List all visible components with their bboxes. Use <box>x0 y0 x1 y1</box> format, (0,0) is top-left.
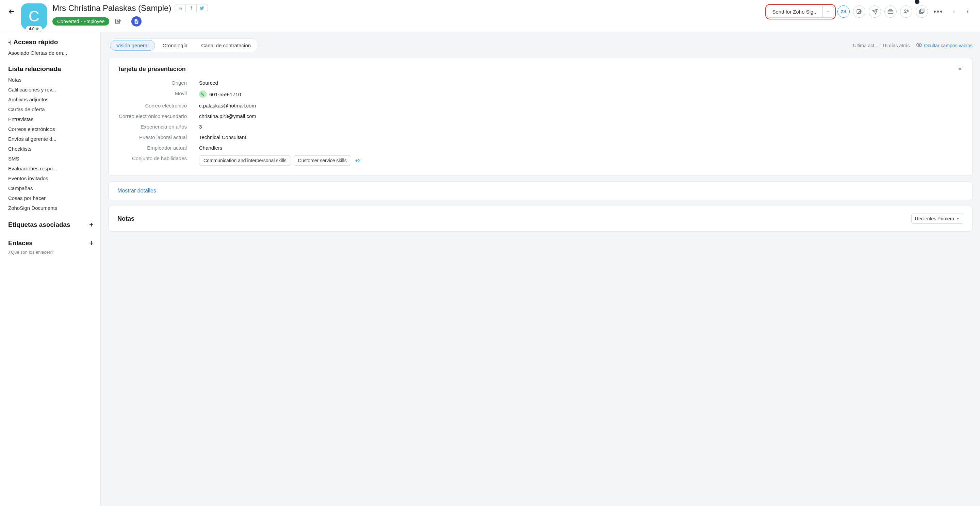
sidebar-item[interactable]: SMS <box>8 156 94 162</box>
notes-icon[interactable] <box>113 17 123 26</box>
sidebar-item[interactable]: Campañas <box>8 185 94 191</box>
social-links: in f <box>175 4 208 12</box>
header-actions: Send for Zoho Sig... ZA ••• <box>767 5 972 18</box>
field-value: Technical Consultant <box>199 134 246 140</box>
zia-icon[interactable]: ZA <box>837 5 850 18</box>
divider <box>127 17 127 25</box>
avatar-initial: C <box>29 8 40 25</box>
tabs: Visión generalCronologíaCanal de contrat… <box>108 38 259 52</box>
notes-sort-dropdown[interactable]: Recientes Primera ▼ <box>911 214 963 224</box>
primary-action-dropdown[interactable] <box>823 6 834 17</box>
related-list-heading: Lista relacionada <box>8 65 94 73</box>
primary-action-wrap: Send for Zoho Sig... <box>767 6 834 18</box>
facebook-icon[interactable]: f <box>186 5 197 12</box>
field-value-skills: Communication and interpersonal skillsCu… <box>199 155 361 166</box>
skill-chip[interactable]: Communication and interpersonal skills <box>199 155 291 166</box>
show-details-card: Mostrar detalles <box>108 181 972 200</box>
sidebar-item[interactable]: Archivos adjuntos <box>8 97 94 102</box>
linkedin-icon[interactable]: in <box>175 5 186 12</box>
sidebar-item[interactable]: Checklists <box>8 146 94 152</box>
briefcase-icon[interactable] <box>885 5 897 18</box>
sidebar-item[interactable]: Correos electrónicos <box>8 126 94 132</box>
record-header: C 4.0 ★ Mrs Christina Palaskas (Sample) … <box>0 0 980 32</box>
field-value: c.palaskas@hotmail.com <box>199 103 256 108</box>
rating-value: 4.0 <box>29 27 35 31</box>
links-help[interactable]: ¿Qué son los enlaces? <box>8 250 94 255</box>
title-block: Mrs Christina Palaskas (Sample) in f Con… <box>52 3 208 27</box>
add-link-icon[interactable]: + <box>89 239 94 247</box>
field-label: Experiencia en años <box>118 124 199 130</box>
skills-more[interactable]: +2 <box>355 158 361 163</box>
chevron-down-icon: ▼ <box>956 217 959 221</box>
twitter-icon[interactable] <box>197 5 208 12</box>
card-title: Tarjeta de presentación <box>118 66 186 73</box>
sidebar-item[interactable]: ZohoSign Documents <box>8 205 94 211</box>
card-options-icon[interactable] <box>956 66 963 73</box>
field-label: Origen <box>118 80 199 86</box>
field-label: Conjunto de habilidades <box>118 155 199 161</box>
field-skills: Conjunto de habilidades Communication an… <box>118 153 963 168</box>
more-icon[interactable]: ••• <box>931 7 945 16</box>
field-row: Empleador actualChandlers <box>118 143 963 153</box>
field-value: Chandlers <box>199 145 222 151</box>
sidebar-item[interactable]: Notas <box>8 77 94 82</box>
collapse-icon[interactable]: ◂| <box>8 40 11 44</box>
sidebar-item[interactable]: Eventos invitados <box>8 176 94 181</box>
field-value: 3 <box>199 124 202 130</box>
show-details-link[interactable]: Mostrar detalles <box>108 182 972 200</box>
eye-off-icon <box>916 42 922 49</box>
field-label: Puesto laboral actual <box>118 134 199 140</box>
field-row: Puesto laboral actualTechnical Consultan… <box>118 132 963 143</box>
star-icon: ★ <box>35 27 39 31</box>
tab[interactable]: Canal de contratación <box>195 40 257 50</box>
notification-dot <box>915 0 920 4</box>
field-row: Correo electrónicoc.palaskas@hotmail.com <box>118 100 963 111</box>
notes-card: Notas Recientes Primera ▼ <box>108 206 972 232</box>
sidebar-item[interactable]: Envíos al gerente d... <box>8 136 94 142</box>
person-name: Mrs Christina Palaskas (Sample) <box>52 3 171 13</box>
next-record-icon[interactable] <box>962 8 972 16</box>
rating-badge[interactable]: 4.0 ★ <box>26 26 43 32</box>
last-activity: Ultima act... : 16 días atrás <box>853 43 910 48</box>
prev-record-icon[interactable] <box>949 8 959 16</box>
add-tag-icon[interactable]: + <box>89 220 94 229</box>
send-zohosign-button[interactable]: Send for Zoho Sig... <box>767 6 822 17</box>
sidebar-item[interactable]: Entrevistas <box>8 116 94 122</box>
svg-point-3 <box>904 10 906 11</box>
links-heading: Enlaces + <box>8 239 94 247</box>
field-label: Móvil <box>118 90 199 96</box>
header-meta: Ultima act... : 16 días atrás Ocultar ca… <box>853 42 972 49</box>
status-badge: Converted - Employee <box>52 17 109 25</box>
hide-empty-fields-toggle[interactable]: Ocultar campos vacíos <box>916 42 972 49</box>
field-label: Empleador actual <box>118 145 199 151</box>
sidebar-item[interactable]: Cartas de oferta <box>8 106 94 112</box>
field-value: 601-559-1710 <box>199 90 241 98</box>
quick-access-item[interactable]: Asociado Ofertas de em... <box>8 50 94 56</box>
notes-title: Notas <box>118 215 134 222</box>
quick-access-heading: ◂| Acceso rápido <box>8 38 94 46</box>
back-arrow-icon[interactable] <box>8 8 16 18</box>
tab[interactable]: Cronología <box>156 40 194 50</box>
field-row: Móvil601-559-1710 <box>118 88 963 100</box>
document-icon[interactable] <box>131 16 142 27</box>
skill-chip[interactable]: Customer service skills <box>294 155 351 166</box>
avatar-wrap: C 4.0 ★ <box>21 3 47 29</box>
field-label: Correo electrónico <box>118 103 199 108</box>
share-profile-icon[interactable] <box>900 5 912 18</box>
svg-rect-4 <box>920 10 923 14</box>
send-icon[interactable] <box>869 5 881 18</box>
sidebar-item[interactable]: Calificaciones y rev... <box>8 87 94 92</box>
svg-rect-5 <box>920 9 924 13</box>
field-row: Experiencia en años3 <box>118 121 963 132</box>
avatar[interactable]: C <box>21 3 47 29</box>
tags-heading: Etiquetas asociadas + <box>8 220 94 229</box>
sidebar: ◂| Acceso rápido Asociado Ofertas de em.… <box>0 32 101 506</box>
main-content: Visión generalCronologíaCanal de contrat… <box>101 32 980 506</box>
edit-icon[interactable] <box>853 5 865 18</box>
tag-icon[interactable] <box>916 5 928 18</box>
sidebar-item[interactable]: Cosas por hacer <box>8 195 94 201</box>
profile-card: Tarjeta de presentación OrigenSourcedMóv… <box>108 58 972 176</box>
phone-icon[interactable] <box>199 90 207 98</box>
tab[interactable]: Visión general <box>110 40 155 51</box>
sidebar-item[interactable]: Evaluaciones respo... <box>8 166 94 171</box>
